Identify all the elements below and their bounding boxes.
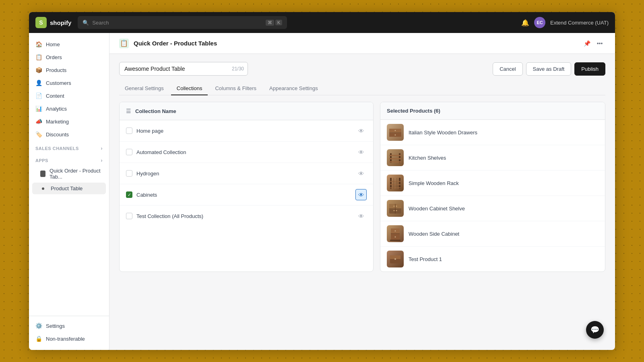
svg-point-23 — [396, 210, 397, 211]
pin-button[interactable]: 📌 — [581, 38, 592, 49]
collection-checkbox-cabinets[interactable]: ✓ — [126, 191, 132, 198]
eye-icon-hydrogen[interactable]: 👁 — [355, 168, 367, 179]
product-thumb-p6 — [387, 251, 404, 267]
collection-checkbox-hydrogen[interactable] — [126, 170, 132, 177]
sidebar-item-label: Home — [46, 41, 60, 47]
collection-checkbox-test[interactable] — [126, 213, 132, 219]
save-as-draft-button[interactable]: Save as Draft — [526, 62, 572, 76]
collection-name-automated: Automated Collection — [136, 149, 351, 155]
eye-icon-test[interactable]: 👁 — [355, 210, 367, 222]
sidebar-item-product-table[interactable]: Product Table — [32, 183, 106, 194]
sidebar-item-orders[interactable]: 📋 Orders — [29, 51, 109, 64]
sidebar: 🏠 Home 📋 Orders 📦 Products 👤 Customers 📄 — [29, 33, 109, 350]
sidebar-item-label: Discounts — [46, 132, 69, 138]
list-item: Test Product 1 — [380, 247, 605, 272]
tab-appearance[interactable]: Appearance Settings — [264, 82, 324, 95]
content-icon: 📄 — [35, 93, 42, 99]
search-bar[interactable]: 🔍 ⌘ K — [78, 16, 287, 29]
header-actions: 📌 ••• — [581, 38, 605, 49]
sidebar-item-quick-order[interactable]: Quick Order - Product Tab... — [29, 165, 109, 183]
product-thumb-p4 — [387, 200, 404, 217]
top-navigation: S shopify 🔍 ⌘ K 🔔 EC Extend Commerce (UA… — [29, 12, 615, 33]
shopify-logo: S shopify — [35, 17, 71, 28]
lock-icon: 🔒 — [35, 335, 42, 342]
tab-collections[interactable]: Collections — [171, 82, 208, 95]
sidebar-item-content[interactable]: 📄 Content — [29, 89, 109, 102]
eye-icon-homepage[interactable]: 👁 — [355, 125, 367, 136]
customers-icon: 👤 — [35, 80, 42, 86]
more-icon: ••• — [597, 40, 603, 47]
svg-rect-10 — [390, 178, 392, 189]
search-icon: 🔍 — [83, 20, 89, 26]
svg-rect-14 — [390, 187, 400, 188]
svg-point-4 — [395, 134, 396, 136]
settings-icon: ⚙️ — [35, 323, 42, 329]
page-icon: 📋 — [119, 39, 129, 48]
product-list: Italian Style Wooden Drawers — [380, 120, 605, 272]
sidebar-nav: 🏠 Home 📋 Orders 📦 Products 👤 Customers 📄 — [29, 38, 109, 316]
cancel-button[interactable]: Cancel — [493, 62, 522, 76]
shortcut-cmd: ⌘ — [266, 20, 274, 26]
sidebar-item-label: Customers — [46, 80, 71, 86]
products-panel: Selected Products (6) — [380, 102, 605, 272]
marketing-icon: 📣 — [35, 118, 42, 125]
tab-columns-filters[interactable]: Columns & Filters — [209, 82, 262, 95]
collections-panel-header: ☰ Collection Name — [120, 102, 373, 120]
collections-panel: ☰ Collection Name Home page 👁 — [119, 102, 374, 272]
sidebar-item-products[interactable]: 📦 Products — [29, 64, 109, 76]
action-buttons: Cancel Save as Draft Publish — [493, 62, 605, 76]
collection-panel-title: Collection Name — [135, 108, 176, 114]
sidebar-item-marketing[interactable]: 📣 Marketing — [29, 115, 109, 128]
sidebar-item-analytics[interactable]: 📊 Analytics — [29, 102, 109, 115]
list-item: Test Collection (All Products) 👁 — [120, 206, 373, 226]
sidebar-item-non-transferable[interactable]: 🔒 Non-transferable — [29, 332, 109, 345]
sales-channels-section[interactable]: Sales channels › — [29, 141, 109, 153]
sidebar-item-label: Analytics — [46, 106, 67, 112]
collection-list: Home page 👁 Automated Collection 👁 — [120, 120, 373, 226]
nav-right: 🔔 EC Extend Commerce (UAT) — [521, 17, 609, 28]
collection-checkbox-automated[interactable] — [126, 149, 132, 155]
collection-name-cabinets: Cabinets — [136, 192, 351, 198]
collection-checkbox-homepage[interactable] — [126, 128, 132, 134]
eye-icon-cabinets[interactable]: 👁 — [355, 189, 367, 200]
products-panel-header: Selected Products (6) — [380, 102, 605, 120]
shopify-logo-text: shopify — [50, 19, 71, 26]
list-item: Hydrogen 👁 — [120, 163, 373, 184]
svg-point-28 — [395, 237, 396, 238]
discounts-icon: 🏷️ — [35, 131, 42, 138]
product-thumb-p5 — [387, 225, 404, 242]
list-item: Wooden Cabinet Shelve — [380, 196, 605, 221]
apps-section[interactable]: Apps › — [29, 153, 109, 165]
notification-bell-icon[interactable]: 🔔 — [521, 19, 529, 27]
table-name-input[interactable] — [119, 62, 248, 76]
svg-rect-11 — [399, 178, 400, 189]
product-name-p3: Simple Wooden Rack — [409, 180, 599, 186]
list-item: Home page 👁 — [120, 120, 373, 142]
avatar[interactable]: EC — [534, 17, 545, 28]
sidebar-item-label: Content — [46, 93, 64, 99]
sidebar-item-label: Non-transferable — [46, 336, 85, 342]
orders-icon: 📋 — [35, 54, 42, 60]
home-icon: 🏠 — [35, 41, 42, 47]
svg-point-32 — [394, 258, 396, 260]
more-options-button[interactable]: ••• — [594, 38, 605, 49]
shopify-logo-icon: S — [35, 17, 47, 28]
svg-rect-16 — [396, 178, 397, 189]
products-panel-title: Selected Products (6) — [387, 108, 440, 114]
chat-button[interactable]: 💬 — [586, 321, 604, 339]
sidebar-item-home[interactable]: 🏠 Home — [29, 38, 109, 51]
content-header: 📋 Quick Order - Product Tables 📌 ••• — [109, 33, 615, 54]
sidebar-item-discounts[interactable]: 🏷️ Discounts — [29, 128, 109, 141]
list-item: Automated Collection 👁 — [120, 142, 373, 163]
publish-button[interactable]: Publish — [574, 62, 605, 76]
sidebar-item-settings[interactable]: ⚙️ Settings — [29, 319, 109, 332]
tab-general-settings[interactable]: General Settings — [119, 82, 169, 95]
eye-icon-automated[interactable]: 👁 — [355, 146, 367, 158]
chat-icon: 💬 — [590, 325, 599, 334]
sidebar-item-customers[interactable]: 👤 Customers — [29, 76, 109, 89]
search-input[interactable] — [92, 20, 262, 26]
sidebar-item-label: Marketing — [46, 119, 69, 125]
list-item: Kitchen Shelves — [380, 145, 605, 171]
sidebar-item-label: Settings — [46, 323, 65, 329]
apps-chevron-icon: › — [101, 158, 103, 163]
